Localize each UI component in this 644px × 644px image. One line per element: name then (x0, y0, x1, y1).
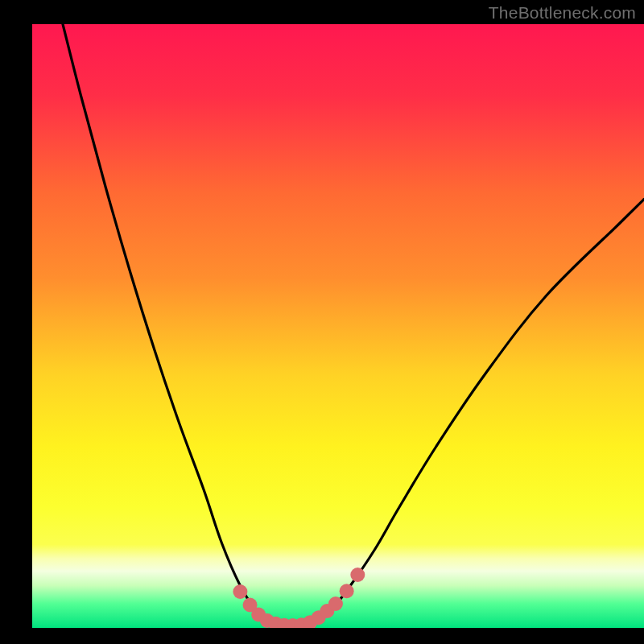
highlight-dot (340, 584, 354, 598)
bottleneck-chart (0, 0, 644, 644)
watermark-text: TheBottleneck.com (489, 3, 636, 23)
highlight-dot (328, 597, 343, 611)
highlight-dot (233, 584, 247, 599)
chart-frame: TheBottleneck.com (0, 0, 644, 644)
plot-background (32, 24, 644, 628)
highlight-dot (350, 568, 365, 582)
